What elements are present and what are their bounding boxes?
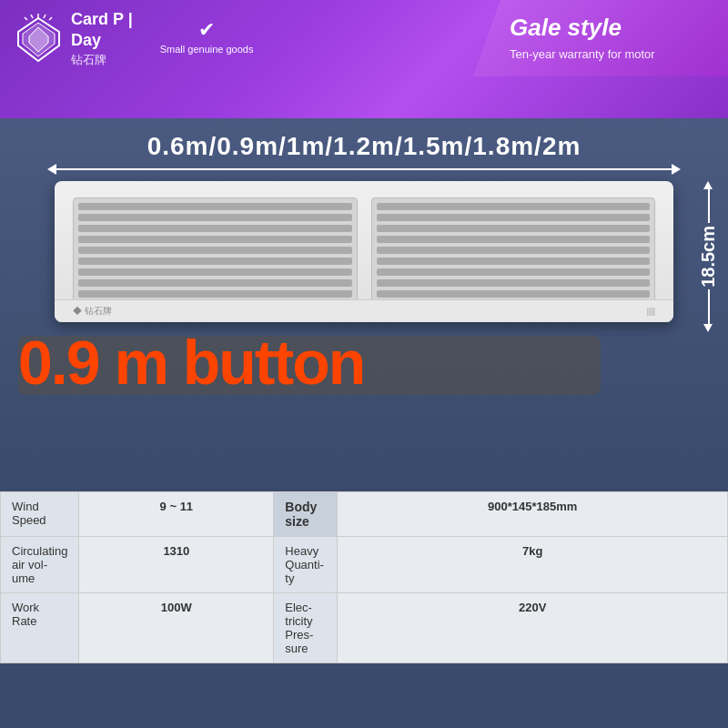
svg-line-5 xyxy=(31,15,33,18)
wind-label: Wind xyxy=(12,500,39,513)
spec-label-work-rate: Work Rate xyxy=(1,593,79,663)
svg-line-7 xyxy=(25,17,27,20)
spec-label-wind: Wind Speed xyxy=(1,492,79,537)
bottom-strip: ◆ 钻石牌 |||| xyxy=(55,299,673,322)
genuine-area: ✔ Small genuine goods xyxy=(160,9,254,55)
spec-label-air-volume: Circulating air vol- ume xyxy=(1,537,79,593)
spec-value-weight: 7kg xyxy=(338,537,728,593)
specs-row-3: Work Rate 100W Elec-tricity Pres-sure 22… xyxy=(1,593,728,663)
circ-label2: ume xyxy=(12,571,35,585)
height-label: 18.5cm xyxy=(698,226,719,288)
genuine-icon: ✔ xyxy=(198,18,215,42)
product-logo-small: ◆ 钻石牌 xyxy=(73,305,112,318)
genuine-text: Small genuine goods xyxy=(160,44,254,55)
diamond-icon xyxy=(14,14,64,64)
brand-day: Day xyxy=(71,30,133,51)
specs-row-1: Wind Speed 9 ~ 11 Body size 900*145*185m… xyxy=(1,492,728,537)
model-button-text: 0.9 m button xyxy=(18,331,364,393)
svg-line-4 xyxy=(44,15,46,18)
grille-bar xyxy=(377,247,651,254)
spec-value-body-size: 900*145*185mm xyxy=(338,492,728,537)
grille-bar xyxy=(377,236,651,243)
specs-table: Wind Speed 9 ~ 11 Body size 900*145*185m… xyxy=(0,491,728,663)
grille-bar xyxy=(377,279,651,287)
right-grille xyxy=(371,197,656,307)
circ-label1: Circulating air vol- xyxy=(12,544,67,571)
grille-bar xyxy=(377,203,651,210)
grille-bar xyxy=(78,214,352,221)
heavy-label: Heavy xyxy=(285,544,318,558)
air-curtain: ◆ 钻石牌 |||| xyxy=(55,181,673,322)
grille-bar xyxy=(78,268,352,276)
spec-value-air-volume: 1310 xyxy=(79,537,274,593)
gale-ribbon: Gale style Ten-year warranty for motor xyxy=(473,0,728,76)
grille-bar xyxy=(377,268,651,276)
grille-bar xyxy=(78,225,352,232)
pressure-label: Pres-sure xyxy=(285,628,313,655)
grille-bar xyxy=(377,290,651,298)
chinese-brand: 钻石牌 xyxy=(71,52,133,68)
spec-label-electricity: Elec-tricity Pres-sure xyxy=(274,593,338,663)
grille-bar xyxy=(377,258,651,265)
dimension-label: 0.6m/0.9m/1m/1.2m/1.5m/1.8m/2m xyxy=(46,132,682,161)
spec-value-wind-speed: 9 ~ 11 xyxy=(79,492,274,537)
spec-label-body-size: Body size xyxy=(274,492,338,537)
grille-bar xyxy=(78,290,352,298)
specs-row-2: Circulating air vol- ume 1310 Heavy Quan… xyxy=(1,537,728,593)
elec-label: Elec-tricity xyxy=(285,601,312,628)
work-label: Work xyxy=(12,601,39,614)
left-grille xyxy=(73,197,358,307)
gale-style-area: Gale style Ten-year warranty for motor xyxy=(473,0,728,118)
grille-bar xyxy=(78,258,352,265)
gale-title: Gale style xyxy=(510,14,710,42)
control-panel: |||| xyxy=(647,307,655,316)
quantity-label: Quanti-ty xyxy=(285,558,324,585)
grille-bar xyxy=(78,247,352,254)
spec-value-power: 100W xyxy=(79,593,274,663)
product-area: 0.6m/0.9m/1m/1.2m/1.5m/1.8m/2m xyxy=(0,118,728,491)
spec-label-heavy: Heavy Quanti-ty xyxy=(274,537,338,593)
horizontal-arrow xyxy=(55,168,673,170)
header: Card P | Day 钻石牌 ✔ Small genuine goods G… xyxy=(0,0,728,118)
grille-bar xyxy=(78,279,352,287)
dimension-row xyxy=(46,168,682,170)
svg-line-6 xyxy=(49,17,52,20)
grille-bar xyxy=(377,214,651,221)
model-button-area: 0.9 m button xyxy=(18,331,710,404)
grille-bar xyxy=(377,225,651,232)
grille-bar xyxy=(78,236,352,243)
rate-label: Rate xyxy=(12,614,36,628)
product-image-container: ◆ 钻石牌 |||| 18.5cm xyxy=(36,181,692,322)
speed-label: Speed xyxy=(12,513,46,527)
brand-text-area: Card P | Day 钻石牌 xyxy=(71,9,133,68)
gale-subtitle: Ten-year warranty for motor xyxy=(510,46,710,63)
spec-value-voltage: 220V xyxy=(338,593,728,663)
grille-bar xyxy=(78,203,352,210)
brand-name: Card P | xyxy=(71,9,133,30)
logo-area: Card P | Day 钻石牌 xyxy=(14,9,133,68)
